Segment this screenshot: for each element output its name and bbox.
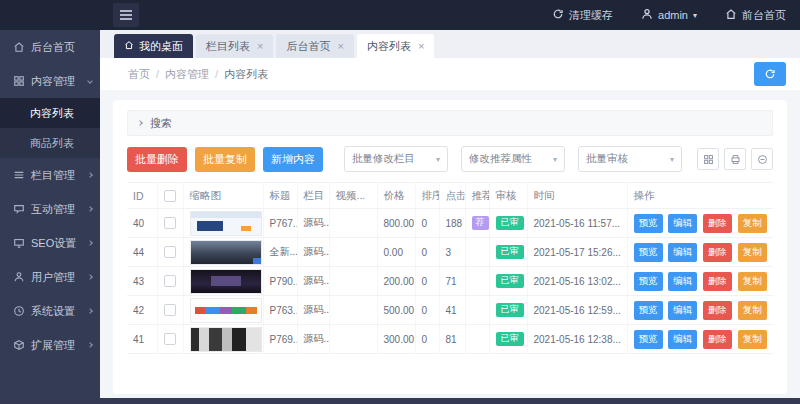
review-badge: 已审 <box>496 274 524 288</box>
row-checkbox[interactable] <box>164 333 176 345</box>
front-home-link[interactable]: 前台首页 <box>711 0 800 30</box>
table-tool-icons <box>697 148 773 170</box>
cell-sort: 0 <box>415 296 439 325</box>
row-checkbox[interactable] <box>164 304 176 316</box>
tab-label: 内容列表 <box>367 39 411 54</box>
row-checkbox[interactable] <box>164 246 176 258</box>
topbar: 清理缓存 admin ▾ 前台首页 <box>0 0 800 30</box>
table-toolbar: 批量删除 批量复制 新增内容 批量修改栏目 ▾ 修改推荐属性 ▾ 批量审核 ▾ <box>127 146 773 172</box>
cell-price: 800.00 <box>377 209 415 238</box>
sidebar-item-seo-settings[interactable]: SEO设置 <box>0 226 100 260</box>
batch-modify-column-select[interactable]: 批量修改栏目 ▾ <box>344 146 448 172</box>
sidebar-item-user-mgmt[interactable]: 用户管理 <box>0 260 100 294</box>
preview-button[interactable]: 预览 <box>634 214 663 233</box>
batch-delete-button[interactable]: 批量删除 <box>127 147 187 172</box>
edit-button[interactable]: 编辑 <box>668 243 697 262</box>
filter-columns-button[interactable] <box>697 148 719 170</box>
cell-video <box>329 267 377 296</box>
grid-icon <box>13 75 25 87</box>
close-icon[interactable]: × <box>418 40 424 52</box>
delete-button[interactable]: 删除 <box>703 214 732 233</box>
col-price: 价格 <box>377 183 415 209</box>
col-clicks: 点击 <box>439 183 465 209</box>
edit-button[interactable]: 编辑 <box>668 214 697 233</box>
cell-price: 200.00 <box>377 267 415 296</box>
search-collapse-panel[interactable]: 搜索 <box>127 110 773 136</box>
sidebar-item-interaction-mgmt[interactable]: 互动管理 <box>0 192 100 226</box>
copy-button[interactable]: 复制 <box>738 330 767 349</box>
tab-content-list[interactable]: 内容列表 × <box>357 34 434 58</box>
sidebar-item-content-mgmt[interactable]: 内容管理 <box>0 64 100 98</box>
export-button[interactable] <box>751 148 773 170</box>
delete-button[interactable]: 删除 <box>703 272 732 291</box>
add-content-button[interactable]: 新增内容 <box>263 147 323 172</box>
caret-down-icon: ▾ <box>670 155 674 164</box>
cell-id: 42 <box>127 296 157 325</box>
preview-button[interactable]: 预览 <box>634 330 663 349</box>
sidebar-item-content-list[interactable]: 内容列表 <box>0 98 100 128</box>
chevron-right-icon <box>87 342 93 348</box>
sidebar-toggle-button[interactable] <box>113 3 139 27</box>
copy-button[interactable]: 复制 <box>738 301 767 320</box>
clear-cache-button[interactable]: 清理缓存 <box>538 0 627 30</box>
print-icon <box>730 154 741 165</box>
edit-button[interactable]: 编辑 <box>668 330 697 349</box>
row-checkbox[interactable] <box>164 217 176 229</box>
cell-category: 源码... <box>297 296 329 325</box>
batch-copy-button[interactable]: 批量复制 <box>195 147 255 172</box>
delete-button[interactable]: 删除 <box>703 330 732 349</box>
batch-review-select[interactable]: 批量审核 ▾ <box>578 146 682 172</box>
preview-button[interactable]: 预览 <box>634 243 663 262</box>
copy-button[interactable]: 复制 <box>738 243 767 262</box>
breadcrumb-content-mgmt[interactable]: 内容管理 <box>165 67 209 82</box>
copy-button[interactable]: 复制 <box>738 214 767 233</box>
refresh-page-button[interactable] <box>754 62 786 86</box>
sidebar-item-extension-mgmt[interactable]: 扩展管理 <box>0 328 100 362</box>
close-icon[interactable]: × <box>337 40 343 52</box>
breadcrumb-home[interactable]: 首页 <box>128 67 150 82</box>
admin-screen: 清理缓存 admin ▾ 前台首页 后台首页 内容管理 内容列表 商品列表 <box>0 0 800 404</box>
cell-price: 0.00 <box>377 238 415 267</box>
cell-sort: 0 <box>415 238 439 267</box>
cell-sort: 0 <box>415 209 439 238</box>
user-menu[interactable]: admin ▾ <box>627 0 711 30</box>
edit-button[interactable]: 编辑 <box>668 272 697 291</box>
delete-button[interactable]: 删除 <box>703 301 732 320</box>
chat-icon <box>13 203 25 215</box>
delete-button[interactable]: 删除 <box>703 243 732 262</box>
sidebar-item-column-mgmt[interactable]: 栏目管理 <box>0 158 100 192</box>
row-checkbox[interactable] <box>164 275 176 287</box>
copy-button[interactable]: 复制 <box>738 272 767 291</box>
user-icon <box>641 8 653 22</box>
cell-clicks: 41 <box>439 296 465 325</box>
cell-id: 41 <box>127 325 157 354</box>
cell-clicks: 3 <box>439 238 465 267</box>
breadcrumb: 首页 / 内容管理 / 内容列表 <box>128 67 268 82</box>
tab-my-desktop[interactable]: 我的桌面 <box>114 34 193 58</box>
sidebar-item-system-settings[interactable]: 系统设置 <box>0 294 100 328</box>
thumbnail-image <box>190 240 262 265</box>
select-value: 批量审核 <box>586 152 628 166</box>
main-content: 我的桌面 栏目列表 × 后台首页 × 内容列表 × 首页 / 内容管理 / 内容… <box>100 30 800 404</box>
sidebar-item-product-list[interactable]: 商品列表 <box>0 128 100 158</box>
preview-button[interactable]: 预览 <box>634 301 663 320</box>
tab-label: 栏目列表 <box>206 39 250 54</box>
preview-button[interactable]: 预览 <box>634 272 663 291</box>
cell-sort: 0 <box>415 325 439 354</box>
modify-recommend-select[interactable]: 修改推荐属性 ▾ <box>461 146 565 172</box>
print-button[interactable] <box>724 148 746 170</box>
col-select <box>157 183 183 209</box>
edit-button[interactable]: 编辑 <box>668 301 697 320</box>
cell-title: P767... <box>263 209 297 238</box>
tab-label: 后台首页 <box>286 39 330 54</box>
sidebar: 后台首页 内容管理 内容列表 商品列表 栏目管理 互动管理 SEO设置 <box>0 30 100 404</box>
cell-time: 2021-05-16 12:38... <box>527 325 627 354</box>
sidebar-item-dashboard[interactable]: 后台首页 <box>0 30 100 64</box>
col-actions: 操作 <box>627 183 773 209</box>
select-all-checkbox[interactable] <box>164 190 176 202</box>
tab-admin-home[interactable]: 后台首页 × <box>276 34 353 58</box>
refresh-icon <box>552 8 564 22</box>
tab-column-list[interactable]: 栏目列表 × <box>196 34 273 58</box>
chevron-right-icon <box>87 206 93 212</box>
close-icon[interactable]: × <box>257 40 263 52</box>
